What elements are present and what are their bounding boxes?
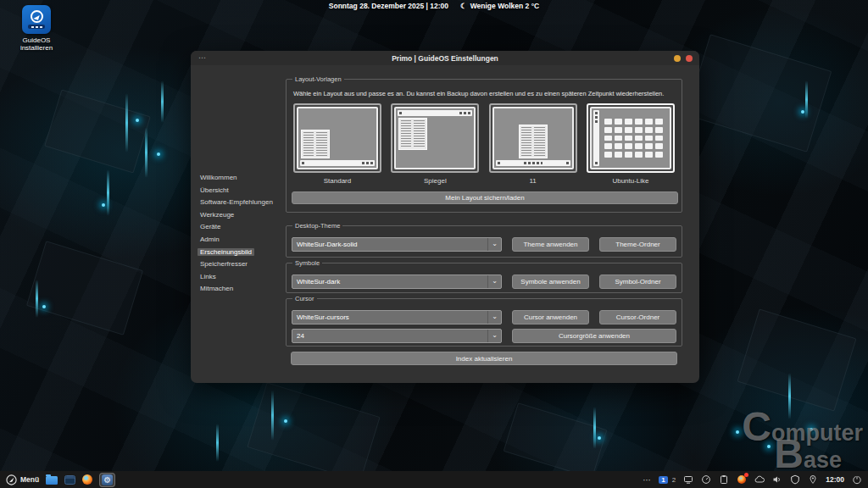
- sidebar-item-werkzeuge[interactable]: Werkzeuge: [200, 211, 287, 219]
- taskbar-clock[interactable]: 12:00: [826, 475, 844, 484]
- compass-icon: [31, 10, 43, 23]
- workspace-switcher[interactable]: 1 2: [659, 476, 676, 484]
- layout-templates-group: Layout-Vorlagen Wähle ein Layout aus und…: [286, 79, 682, 213]
- window-title: Primo | GuideOS Einstellungen: [191, 54, 699, 63]
- display-icon[interactable]: [683, 474, 693, 485]
- guideos-installer-icon: [22, 5, 51, 34]
- sidebar-item-speicherfresser[interactable]: Speicherfresser: [200, 260, 287, 269]
- sidebar-item-erscheinungsbild[interactable]: Erscheinungsbild: [200, 248, 287, 257]
- layout-description: Wähle ein Layout aus und passe es an. Du…: [293, 90, 675, 97]
- window-menu-icon[interactable]: ⋯: [198, 54, 206, 62]
- firefox-icon[interactable]: [82, 474, 92, 485]
- desktop-icon-guideos-installer[interactable]: GuideOS installieren: [15, 5, 58, 52]
- desktop: Sonntag 28. Dezember 2025 | 12:00 ☾ Weni…: [0, 0, 868, 488]
- sidebar-item-software-empfehlungen[interactable]: Software-Empfehlungen: [200, 198, 287, 207]
- settings-sidebar: Willkommen Übersicht Software-Empfehlung…: [200, 174, 287, 297]
- cursor-group-legend: Cursor: [292, 295, 317, 302]
- layout-name: Ubuntu-Like: [585, 177, 676, 185]
- workspace-2[interactable]: 2: [672, 476, 676, 484]
- sidebar-item-mitmachen[interactable]: Mitmachen: [200, 285, 287, 293]
- cursor-theme-dropdown-value: WhiteSur-cursors: [292, 311, 487, 324]
- menu-label: Menü: [20, 475, 39, 484]
- icon-theme-dropdown-value: WhiteSur-dark: [292, 275, 487, 288]
- gauge-icon[interactable]: [701, 474, 711, 485]
- layout-option-standard[interactable]: [293, 103, 381, 173]
- sidebar-item-admin[interactable]: Admin: [200, 236, 287, 244]
- tray-overflow-icon[interactable]: ⋯: [643, 475, 651, 485]
- volume-icon[interactable]: [772, 474, 782, 485]
- active-app-indicator[interactable]: ⚙: [99, 473, 115, 487]
- theme-dropdown[interactable]: WhiteSur-Dark-solid ⌄: [292, 237, 502, 252]
- layout-option-11[interactable]: [489, 103, 577, 173]
- sidebar-item-geraete[interactable]: Geräte: [200, 223, 287, 231]
- minimize-button[interactable]: [674, 55, 681, 62]
- chevron-down-icon: ⌄: [487, 330, 501, 342]
- top-bar-datetime[interactable]: Sonntag 28. Dezember 2025 | 12:00: [329, 2, 448, 10]
- shield-icon[interactable]: [790, 474, 800, 485]
- sidebar-item-links[interactable]: Links: [200, 273, 287, 281]
- cursor-size-dropdown-value: 24: [292, 330, 487, 342]
- weather-text: Wenige Wolken 2 °C: [470, 2, 540, 10]
- cloud-icon[interactable]: [754, 474, 765, 485]
- moon-icon: ☾: [460, 2, 467, 10]
- theme-dropdown-value: WhiteSur-Dark-solid: [292, 238, 487, 251]
- taskbar: Menü ⚙ ⋯ 1 2: [0, 471, 868, 488]
- top-bar-weather[interactable]: ☾ Wenige Wolken 2 °C: [460, 2, 539, 10]
- workspace-1[interactable]: 1: [659, 476, 667, 484]
- files-icon[interactable]: [46, 476, 58, 485]
- installer-strip-icon: [28, 25, 45, 29]
- settings-window: ⋯ Primo | GuideOS Einstellungen Willkomm…: [191, 51, 699, 383]
- layout-option-spiegel[interactable]: [391, 103, 479, 173]
- apply-cursor-button[interactable]: Cursor anwenden: [512, 310, 589, 324]
- icons-group-legend: Symbole: [292, 259, 322, 267]
- firefox-tray-icon[interactable]: [737, 474, 747, 485]
- location-icon[interactable]: [808, 474, 818, 485]
- desktop-theme-group: Desktop-Theme WhiteSur-Dark-solid ⌄ Them…: [286, 225, 682, 258]
- chevron-down-icon: ⌄: [487, 311, 501, 324]
- cursor-folder-button[interactable]: Cursor-Ordner: [599, 310, 676, 324]
- sidebar-item-uebersicht[interactable]: Übersicht: [200, 186, 287, 195]
- cursor-theme-dropdown[interactable]: WhiteSur-cursors ⌄: [292, 310, 502, 324]
- close-button[interactable]: [686, 55, 693, 62]
- layout-option-ubuntu-like[interactable]: [587, 103, 675, 173]
- layout-name: Spiegel: [389, 177, 481, 185]
- window-titlebar[interactable]: ⋯ Primo | GuideOS Einstellungen: [191, 51, 699, 65]
- icons-group: Symbole WhiteSur-dark ⌄ Symbole anwenden…: [286, 263, 682, 293]
- clipboard-icon[interactable]: [719, 474, 729, 485]
- apply-icons-button[interactable]: Symbole anwenden: [512, 274, 589, 289]
- sidebar-item-willkommen[interactable]: Willkommen: [200, 174, 287, 182]
- computerbase-watermark: Computer Base: [742, 411, 863, 469]
- cursor-group: Cursor WhiteSur-cursors ⌄ Cursor anwende…: [286, 298, 682, 347]
- chevron-down-icon: ⌄: [487, 238, 501, 251]
- ubuntu-app-grid: [604, 119, 663, 158]
- theme-group-legend: Desktop-Theme: [292, 222, 342, 230]
- apply-theme-button[interactable]: Theme anwenden: [512, 237, 589, 252]
- desktop-icon-label: GuideOS installieren: [15, 36, 58, 52]
- guideos-logo-icon: [6, 474, 17, 485]
- layout-group-legend: Layout-Vorlagen: [292, 75, 344, 83]
- settings-gear-icon: ⚙: [102, 474, 113, 485]
- start-menu-button[interactable]: Menü: [6, 474, 39, 485]
- layout-name: 11: [487, 177, 579, 185]
- save-load-layout-button[interactable]: Mein Layout sichern/laden: [292, 191, 678, 204]
- top-bar: Sonntag 28. Dezember 2025 | 12:00 ☾ Weni…: [0, 2, 868, 10]
- power-icon[interactable]: [852, 474, 862, 485]
- icon-theme-dropdown[interactable]: WhiteSur-dark ⌄: [292, 274, 502, 289]
- layout-name: Standard: [292, 177, 383, 185]
- update-index-button[interactable]: Index aktualisieren: [291, 352, 677, 365]
- apply-cursor-size-button[interactable]: Cursorgröße anwenden: [512, 329, 676, 343]
- icons-folder-button[interactable]: Symbol-Ordner: [599, 274, 676, 289]
- notification-badge: [744, 473, 748, 477]
- cursor-size-dropdown[interactable]: 24 ⌄: [292, 329, 502, 343]
- chevron-down-icon: ⌄: [487, 275, 501, 288]
- layout-thumbnails: Standard Spiegel: [292, 103, 676, 185]
- theme-folder-button[interactable]: Theme-Ordner: [599, 237, 676, 252]
- terminal-icon[interactable]: [64, 475, 75, 485]
